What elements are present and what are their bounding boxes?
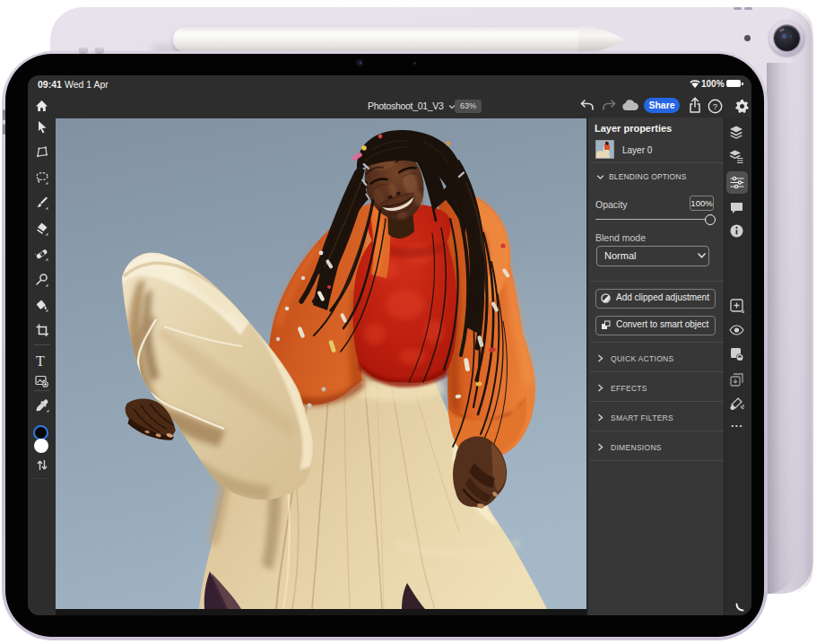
svg-text:?: ?: [713, 101, 717, 111]
